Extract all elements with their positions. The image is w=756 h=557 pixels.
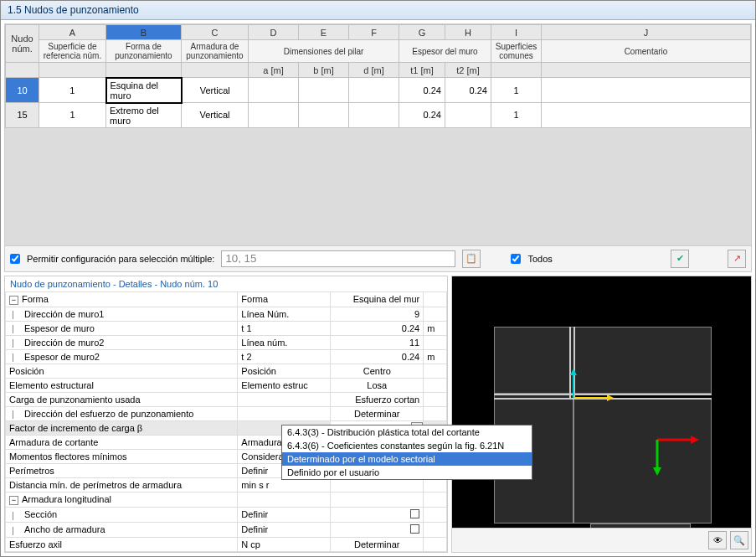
- col-g-group[interactable]: Espesor del muro: [399, 40, 491, 63]
- prop-label: Carga de punzonamiento usada: [9, 395, 141, 405]
- prop-col2: Definir: [238, 507, 331, 522]
- prop-row-armlong[interactable]: −Armadura longitudinal: [6, 492, 447, 507]
- dropdown-option[interactable]: 6.4.3(3) - Distribución plástica total d…: [282, 425, 532, 439]
- select-from-list-button[interactable]: 📋: [462, 250, 481, 268]
- col-h-sub[interactable]: t2 [m]: [445, 63, 491, 78]
- table-row[interactable]: 15 1 Extremo del muro Vertical 0.24 1: [6, 103, 751, 128]
- prop-label: Ancho de armadura: [24, 524, 105, 534]
- prop-value[interactable]: Centro: [331, 364, 424, 378]
- cell-j[interactable]: [542, 78, 751, 103]
- list-icon: 📋: [465, 253, 477, 264]
- prop-value[interactable]: 0.24: [331, 321, 424, 335]
- prop-row[interactable]: Espesor de murot 10.24m: [6, 321, 447, 335]
- prop-row[interactable]: Dirección de muro2Línea núm.11: [6, 335, 447, 349]
- dropdown-option[interactable]: 6.4.3(6) - Coeficientes constantes según…: [282, 439, 532, 452]
- cell-j[interactable]: [542, 103, 751, 128]
- collapse-toggle[interactable]: −: [9, 496, 18, 505]
- cell-e[interactable]: [299, 78, 349, 103]
- prop-row[interactable]: Distancia mín. de perímetros de armadura…: [6, 477, 447, 492]
- col-b[interactable]: Forma de punzonamiento: [106, 40, 182, 63]
- main-grid[interactable]: Nudo núm. A B C D E F G H I J Superficie…: [5, 24, 751, 63]
- collapse-toggle[interactable]: −: [9, 296, 18, 305]
- col-letter-d[interactable]: D: [249, 25, 299, 40]
- cell-a[interactable]: 1: [39, 78, 106, 103]
- window-title: 1.5 Nudos de punzonamiento: [1, 1, 755, 20]
- prop-value[interactable]: 9: [331, 307, 424, 321]
- col-letter-a[interactable]: A: [39, 25, 106, 40]
- dropdown-option-selected[interactable]: Determinado por el modelo sectorial: [282, 452, 532, 466]
- cell-a[interactable]: 1: [39, 103, 106, 128]
- col-e-sub[interactable]: b [m]: [299, 63, 349, 78]
- col-letter-i[interactable]: I: [491, 25, 542, 40]
- col-nudo[interactable]: Nudo núm.: [6, 25, 39, 63]
- prop-row-forma[interactable]: −Forma Forma Esquina del mur: [6, 291, 447, 307]
- col-d-group[interactable]: Dimensiones del pilar: [249, 40, 399, 63]
- col-letter-j[interactable]: J: [542, 25, 751, 40]
- cell-b[interactable]: Esquina del muro: [106, 78, 182, 103]
- ancho-checkbox[interactable]: [410, 524, 419, 534]
- cell-f[interactable]: [349, 103, 399, 128]
- prop-col2: Forma: [238, 291, 331, 307]
- todos-checkbox[interactable]: [511, 254, 521, 264]
- prop-value[interactable]: 0.24: [331, 349, 424, 364]
- prop-value[interactable]: Losa: [331, 378, 424, 392]
- col-f-sub[interactable]: d [m]: [349, 63, 399, 78]
- prop-row[interactable]: Dirección del esfuerzo de punzonamientoD…: [6, 406, 447, 420]
- prop-value[interactable]: Esquina del mur: [331, 291, 424, 307]
- prop-row[interactable]: Dirección de muro1Línea Núm.9: [6, 307, 447, 321]
- cell-i[interactable]: 1: [491, 78, 542, 103]
- prop-value[interactable]: Esfuerzo cortan: [331, 392, 424, 406]
- prop-label: Dirección de muro1: [24, 309, 104, 319]
- prop-row[interactable]: Ancho de armaduraDefinir: [6, 522, 447, 537]
- multi-selection-input[interactable]: [221, 250, 455, 267]
- col-letter-h[interactable]: H: [445, 25, 491, 40]
- col-letter-b[interactable]: B: [106, 25, 182, 40]
- row-num[interactable]: 10: [6, 78, 39, 103]
- prop-row[interactable]: SecciónDefinir: [6, 507, 447, 522]
- col-letter-e[interactable]: E: [299, 25, 349, 40]
- col-i[interactable]: Superficies comunes: [491, 40, 542, 63]
- prop-row[interactable]: Carga de punzonamiento usadaEsfuerzo cor…: [6, 392, 447, 406]
- cell-i[interactable]: 1: [491, 103, 542, 128]
- factor-dropdown[interactable]: 6.4.3(3) - Distribución plástica total d…: [281, 425, 532, 480]
- cell-e[interactable]: [299, 103, 349, 128]
- row-num[interactable]: 15: [6, 103, 39, 128]
- check-icon: ✔: [676, 253, 684, 264]
- prop-value[interactable]: 11: [331, 335, 424, 349]
- col-letter-g[interactable]: G: [399, 25, 445, 40]
- apply-button[interactable]: ✔: [671, 250, 689, 268]
- cell-d[interactable]: [249, 103, 299, 128]
- col-letter-f[interactable]: F: [349, 25, 399, 40]
- zoom-button[interactable]: 🔍: [730, 531, 748, 549]
- seccion-checkbox[interactable]: [410, 509, 419, 518]
- cell-g[interactable]: 0.24: [399, 103, 445, 128]
- model-viewport[interactable]: [452, 276, 751, 529]
- global-axis-icon: [645, 423, 703, 482]
- cell-d[interactable]: [249, 78, 299, 103]
- prop-row[interactable]: Elemento estructuralElemento estrucLosa: [6, 378, 447, 392]
- cell-h[interactable]: 0.24: [445, 78, 491, 103]
- view-toggle-button[interactable]: 👁: [708, 531, 727, 549]
- prop-row[interactable]: Espesor de muro2t 20.24m: [6, 349, 447, 364]
- cell-c[interactable]: Vertical: [182, 103, 249, 128]
- col-g-sub[interactable]: t1 [m]: [399, 63, 445, 78]
- prop-row[interactable]: PosiciónPosiciónCentro: [6, 364, 447, 378]
- prop-value[interactable]: Determinar: [331, 537, 424, 551]
- permit-multi-checkbox[interactable]: [10, 254, 20, 264]
- cell-c[interactable]: Vertical: [182, 78, 249, 103]
- cell-g[interactable]: 0.24: [399, 78, 445, 103]
- col-a[interactable]: Superficie de referencia núm.: [39, 40, 106, 63]
- prop-value[interactable]: Determinar: [331, 406, 424, 420]
- cell-b[interactable]: Extremo del muro: [106, 103, 182, 128]
- col-c[interactable]: Armadura de punzonamiento: [182, 40, 249, 63]
- prop-col2: N cp: [238, 537, 331, 551]
- pick-button[interactable]: ↗: [728, 250, 746, 268]
- col-d-sub[interactable]: a [m]: [249, 63, 299, 78]
- prop-row[interactable]: Esfuerzo axilN cpDeterminar: [6, 537, 447, 551]
- table-row[interactable]: 10 1 Esquina del muro Vertical 0.24 0.24…: [6, 78, 751, 103]
- col-j[interactable]: Comentario: [542, 40, 751, 63]
- cell-h[interactable]: [445, 103, 491, 128]
- cell-f[interactable]: [349, 78, 399, 103]
- col-letter-c[interactable]: C: [182, 25, 249, 40]
- dropdown-option[interactable]: Definido por el usuario: [282, 466, 532, 479]
